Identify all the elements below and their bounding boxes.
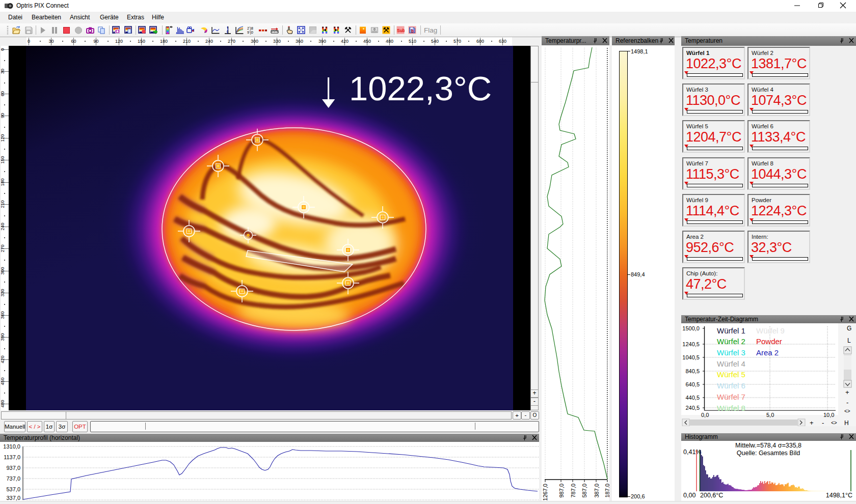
svg-text:<>: <> <box>831 420 837 426</box>
svg-text:187,0: 187,0 <box>604 484 609 498</box>
svg-text:1498,1°C: 1498,1°C <box>826 492 852 499</box>
svg-text:337,0: 337,0 <box>6 495 20 501</box>
svg-text:Würfel 4: Würfel 4 <box>717 359 745 368</box>
svg-text:+: + <box>810 419 814 426</box>
svg-text:200,6°C: 200,6°C <box>700 492 723 499</box>
svg-text:987,0: 987,0 <box>558 484 565 498</box>
svg-text:587,0: 587,0 <box>581 484 587 498</box>
svg-text:-: - <box>822 419 824 426</box>
svg-text:Sub: Sub <box>397 28 405 33</box>
svg-text:1500,0: 1500,0 <box>682 325 700 331</box>
svg-text:Würfel 1: Würfel 1 <box>717 326 745 335</box>
svg-text:5,0: 5,0 <box>766 412 774 418</box>
svg-text:Area 2: Area 2 <box>756 348 779 357</box>
svg-text:Quelle: Gesamtes Bild: Quelle: Gesamtes Bild <box>737 450 800 457</box>
svg-text:537,0: 537,0 <box>6 486 20 492</box>
svg-text:1137,0: 1137,0 <box>4 454 20 460</box>
svg-text:Mittelw.=578,4 σ=335,8: Mittelw.=578,4 σ=335,8 <box>735 442 801 449</box>
svg-text:787,0: 787,0 <box>570 484 576 498</box>
svg-text:640,5: 640,5 <box>685 381 700 387</box>
svg-text:-: - <box>846 399 848 406</box>
svg-text:937,0: 937,0 <box>6 465 20 471</box>
svg-text:L: L <box>847 337 851 344</box>
svg-text:H: H <box>844 419 849 426</box>
svg-text:0,41%: 0,41% <box>683 449 701 456</box>
svg-text:1267,0: 1267,0 <box>542 484 548 501</box>
svg-text:Powder: Powder <box>756 337 782 346</box>
svg-text:10,0: 10,0 <box>823 412 834 418</box>
svg-text:Würfel 7: Würfel 7 <box>717 393 745 401</box>
svg-text:737,0: 737,0 <box>6 475 20 482</box>
svg-text:1310,0: 1310,0 <box>3 443 20 450</box>
svg-text:840,5: 840,5 <box>685 368 700 374</box>
svg-text:Würfel 9: Würfel 9 <box>756 326 785 335</box>
svg-text:Würfel 3: Würfel 3 <box>717 348 745 357</box>
svg-text:<>: <> <box>844 408 850 414</box>
svg-text:0,0: 0,0 <box>701 412 709 418</box>
svg-text:387,0: 387,0 <box>594 484 600 498</box>
svg-text:1022,3°C: 1022,3°C <box>349 69 492 107</box>
svg-text:Würfel 8: Würfel 8 <box>717 404 745 412</box>
svg-text:+: + <box>845 388 849 396</box>
svg-text:b: b <box>411 29 414 34</box>
svg-text:440,5: 440,5 <box>685 395 700 401</box>
svg-text:1040,5: 1040,5 <box>682 354 700 360</box>
svg-text:Würfel 2: Würfel 2 <box>717 337 745 346</box>
svg-text:9ʼ|0: 9ʼ|0 <box>247 30 253 35</box>
svg-text:Würfel 6: Würfel 6 <box>717 381 745 390</box>
svg-text:240,5: 240,5 <box>685 405 700 411</box>
svg-text:0,00: 0,00 <box>683 492 696 499</box>
svg-text:G: G <box>847 325 851 332</box>
svg-text:1240,5: 1240,5 <box>682 341 700 347</box>
svg-text:Würfel 5: Würfel 5 <box>717 370 745 379</box>
